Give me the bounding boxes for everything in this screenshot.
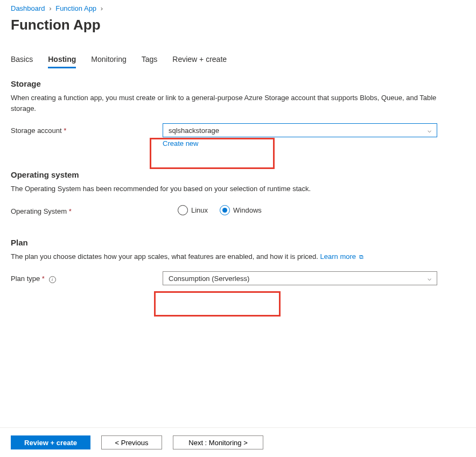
plan-type-label: Plan type * i (11, 271, 163, 283)
tabs: Basics Hosting Monitoring Tags Review + … (11, 55, 465, 68)
breadcrumb-separator: › (49, 4, 51, 12)
page-title: Function App (11, 17, 465, 33)
plan-desc: The plan you choose dictates how your ap… (11, 251, 447, 262)
radio-linux[interactable]: Linux (178, 205, 208, 215)
breadcrumb-link-functionapp[interactable]: Function App (55, 4, 96, 12)
storage-account-value: sqlshackstorage (169, 126, 219, 135)
tab-hosting[interactable]: Hosting (48, 55, 76, 68)
plan-type-field: Plan type * i Consumption (Serverless) ⌵ (11, 271, 465, 285)
storage-desc: When creating a function app, you must c… (11, 93, 447, 114)
breadcrumb: Dashboard › Function App › (11, 4, 465, 12)
os-heading: Operating system (11, 170, 465, 179)
required-indicator: * (69, 207, 72, 215)
footer: Review + create < Previous Next : Monito… (0, 427, 476, 457)
external-link-icon: ⧉ (359, 254, 363, 260)
learn-more-link[interactable]: Learn more ⧉ (320, 252, 363, 261)
storage-account-label: Storage account * (11, 123, 163, 135)
radio-icon (178, 205, 188, 215)
info-icon[interactable]: i (49, 276, 56, 283)
radio-icon (220, 205, 230, 215)
radio-linux-label: Linux (191, 206, 208, 214)
breadcrumb-link-dashboard[interactable]: Dashboard (11, 4, 45, 12)
storage-account-field: Storage account * sqlshackstorage ⌵ Crea… (11, 123, 465, 147)
create-new-link[interactable]: Create new (163, 139, 198, 147)
plan-type-value: Consumption (Serverless) (169, 275, 249, 283)
os-desc: The Operating System has been recommende… (11, 184, 447, 194)
tab-review-create[interactable]: Review + create (172, 55, 227, 68)
storage-heading: Storage (11, 79, 465, 88)
tab-basics[interactable]: Basics (11, 55, 33, 68)
chevron-down-icon: ⌵ (428, 275, 431, 282)
review-create-button[interactable]: Review + create (11, 435, 90, 449)
os-field: Operating System * Linux Windows (11, 204, 465, 215)
tab-tags[interactable]: Tags (142, 55, 158, 68)
storage-account-select[interactable]: sqlshackstorage ⌵ (163, 123, 437, 137)
radio-windows-label: Windows (233, 206, 262, 214)
chevron-down-icon: ⌵ (428, 126, 431, 134)
os-label: Operating System * (11, 204, 163, 215)
required-indicator: * (64, 126, 66, 135)
breadcrumb-separator: › (101, 4, 103, 12)
highlight-plan-type (154, 291, 281, 317)
required-indicator: * (42, 275, 45, 283)
plan-type-select[interactable]: Consumption (Serverless) ⌵ (163, 271, 437, 285)
plan-heading: Plan (11, 238, 465, 247)
next-button[interactable]: Next : Monitoring > (173, 435, 263, 449)
radio-windows[interactable]: Windows (220, 205, 262, 215)
previous-button[interactable]: < Previous (101, 435, 162, 449)
tab-monitoring[interactable]: Monitoring (91, 55, 126, 68)
